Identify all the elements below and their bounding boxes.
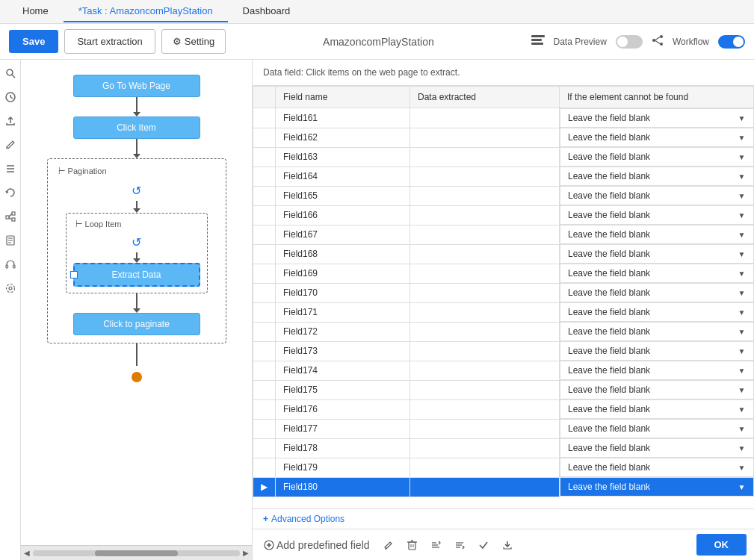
table-row[interactable]: Field168Leave the field blank▼ (253, 244, 754, 264)
data-preview-toggle[interactable] (616, 35, 643, 49)
loop-item-container[interactable]: ⊢ Loop Item ↺ Extract Data (66, 213, 208, 293)
dropdown-arrow-icon[interactable]: ▼ (738, 328, 746, 336)
field-name-cell[interactable]: Field167 (276, 225, 410, 244)
if-not-found-cell[interactable]: Leave the field blank▼ (560, 147, 754, 167)
table-row[interactable]: Field167Leave the field blank▼ (253, 225, 754, 244)
table-row[interactable]: Field173Leave the field blank▼ (253, 341, 754, 361)
edit-button[interactable] (380, 538, 398, 553)
if-not-found-cell[interactable]: Leave the field blank▼ (560, 341, 754, 361)
data-extracted-cell[interactable] (410, 419, 560, 438)
workflow-canvas[interactable]: Go To Web Page Click Item ⊢ Pagination ↺… (21, 60, 252, 545)
dropdown-arrow-icon[interactable]: ▼ (738, 231, 746, 239)
tab-dashboard[interactable]: Dashboard (228, 1, 306, 22)
table-row[interactable]: Field161Leave the field blank▼ (253, 108, 754, 128)
dropdown-arrow-icon[interactable]: ▼ (738, 270, 746, 278)
dropdown-arrow-icon[interactable]: ▼ (738, 211, 746, 220)
if-not-found-cell[interactable]: Leave the field blank▼ (560, 167, 754, 186)
save-button[interactable]: Save (9, 30, 58, 53)
dropdown-arrow-icon[interactable]: ▼ (738, 308, 746, 317)
setting-button[interactable]: ⚙ Setting (161, 29, 226, 54)
data-extracted-cell[interactable] (410, 380, 560, 399)
delete-button[interactable] (404, 538, 421, 553)
if-not-found-cell[interactable]: Leave the field blank▼ (560, 419, 754, 438)
table-row[interactable]: Field177Leave the field blank▼ (253, 419, 754, 438)
field-name-cell[interactable]: Field163 (276, 147, 410, 167)
data-extracted-cell[interactable] (410, 283, 560, 302)
table-row[interactable]: Field163Leave the field blank▼ (253, 147, 754, 167)
table-row[interactable]: Field179Leave the field blank▼ (253, 458, 754, 477)
if-not-found-cell[interactable]: Leave the field blank▼ (560, 128, 754, 147)
data-extracted-cell[interactable] (410, 128, 560, 147)
dropdown-arrow-icon[interactable]: ▼ (738, 367, 746, 375)
field-name-cell[interactable]: Field164 (276, 167, 410, 186)
if-not-found-cell[interactable]: Leave the field blank▼ (560, 458, 754, 477)
scroll-thumb[interactable] (95, 550, 178, 556)
table-row[interactable]: Field166Leave the field blank▼ (253, 205, 754, 225)
data-extracted-cell[interactable] (410, 361, 560, 380)
field-name-cell[interactable]: Field169 (276, 264, 410, 283)
table-row[interactable]: Field169Leave the field blank▼ (253, 264, 754, 283)
if-not-found-cell[interactable]: Leave the field blank▼ (560, 399, 754, 419)
sidebar-log-icon[interactable] (3, 233, 18, 248)
data-extracted-cell[interactable] (410, 477, 560, 497)
sidebar-time-icon[interactable] (3, 90, 18, 105)
field-name-cell[interactable]: Field166 (276, 205, 410, 225)
if-not-found-cell[interactable]: Leave the field blank▼ (560, 380, 754, 399)
table-row[interactable]: Field175Leave the field blank▼ (253, 380, 754, 399)
field-name-cell[interactable]: Field168 (276, 244, 410, 264)
table-row[interactable]: Field162Leave the field blank▼ (253, 128, 754, 147)
dropdown-arrow-icon[interactable]: ▼ (738, 425, 746, 433)
sidebar-refresh-icon[interactable] (3, 185, 18, 200)
data-extracted-cell[interactable] (410, 341, 560, 361)
tab-home[interactable]: Home (7, 1, 64, 22)
data-extracted-cell[interactable] (410, 147, 560, 167)
data-extracted-cell[interactable] (410, 302, 560, 322)
dropdown-arrow-icon[interactable]: ▼ (738, 172, 746, 181)
field-name-cell[interactable]: Field170 (276, 283, 410, 302)
go-to-web-page-node[interactable]: Go To Web Page (73, 75, 200, 97)
data-extracted-cell[interactable] (410, 225, 560, 244)
data-extracted-cell[interactable] (410, 244, 560, 264)
data-extracted-cell[interactable] (410, 205, 560, 225)
tab-task[interactable]: *Task : AmazoncomPlayStation (64, 1, 228, 22)
if-not-found-cell[interactable]: Leave the field blank▼ (560, 205, 754, 225)
data-table-container[interactable]: Field name Data extracted If the element… (253, 86, 754, 508)
field-name-cell[interactable]: Field162 (276, 128, 410, 147)
scroll-right-arrow[interactable]: ▶ (243, 549, 249, 557)
table-row[interactable]: ▶Field180Leave the field blank▼ (253, 477, 754, 497)
sidebar-list-icon[interactable] (3, 161, 18, 176)
ok-button[interactable]: OK (696, 534, 747, 556)
check-button[interactable] (475, 538, 492, 553)
dropdown-arrow-icon[interactable]: ▼ (738, 405, 746, 414)
sidebar-nodes-icon[interactable] (3, 209, 18, 224)
dropdown-arrow-icon[interactable]: ▼ (738, 153, 746, 161)
if-not-found-cell[interactable]: Leave the field blank▼ (560, 108, 754, 128)
data-extracted-cell[interactable] (410, 167, 560, 186)
start-extraction-button[interactable]: Start extraction (64, 29, 155, 54)
dropdown-arrow-icon[interactable]: ▼ (738, 386, 746, 394)
if-not-found-cell[interactable]: Leave the field blank▼ (560, 244, 754, 264)
workflow-toggle[interactable] (718, 35, 745, 49)
field-name-cell[interactable]: Field178 (276, 438, 410, 458)
dropdown-arrow-icon[interactable]: ▼ (738, 250, 746, 258)
table-row[interactable]: Field172Leave the field blank▼ (253, 322, 754, 341)
add-predefined-field-button[interactable]: Add predefined field (260, 537, 374, 553)
table-row[interactable]: Field164Leave the field blank▼ (253, 167, 754, 186)
if-not-found-cell[interactable]: Leave the field blank▼ (560, 477, 754, 497)
pagination-container[interactable]: ⊢ Pagination ↺ ⊢ Loop Item ↺ Extract Dat… (47, 158, 226, 343)
sidebar-upload-icon[interactable] (3, 113, 18, 128)
dropdown-arrow-icon[interactable]: ▼ (738, 347, 746, 355)
table-row[interactable]: Field176Leave the field blank▼ (253, 399, 754, 419)
field-name-cell[interactable]: Field172 (276, 322, 410, 341)
field-name-cell[interactable]: Field161 (276, 108, 410, 128)
data-extracted-cell[interactable] (410, 438, 560, 458)
field-name-cell[interactable]: Field176 (276, 399, 410, 419)
field-name-cell[interactable]: Field173 (276, 341, 410, 361)
data-extracted-cell[interactable] (410, 264, 560, 283)
dropdown-arrow-icon[interactable]: ▼ (738, 444, 746, 452)
dropdown-arrow-icon[interactable]: ▼ (738, 114, 746, 122)
click-to-paginate-node[interactable]: Click to paginate (73, 313, 200, 335)
sidebar-headphone-icon[interactable] (3, 257, 18, 272)
table-row[interactable]: Field178Leave the field blank▼ (253, 438, 754, 458)
if-not-found-cell[interactable]: Leave the field blank▼ (560, 225, 754, 244)
